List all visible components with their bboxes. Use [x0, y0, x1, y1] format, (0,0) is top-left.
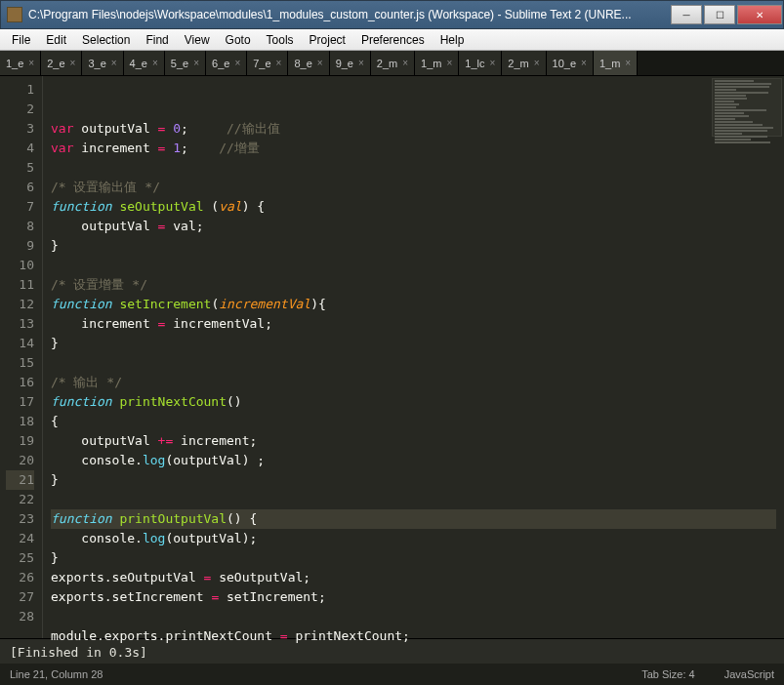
line-number: 6 [6, 178, 34, 197]
menu-help[interactable]: Help [440, 33, 465, 47]
code-line: } [51, 334, 776, 353]
tab-close-icon[interactable]: × [152, 58, 158, 68]
tab-label: 4_e [130, 58, 147, 69]
tab-label: 1_m [599, 58, 620, 69]
line-number: 21 [6, 470, 34, 490]
tab-close-icon[interactable]: × [193, 58, 199, 68]
line-number: 1 [6, 80, 34, 100]
tab[interactable]: 1_lc× [459, 51, 502, 75]
line-number: 22 [6, 490, 34, 509]
menu-selection[interactable]: Selection [82, 33, 130, 47]
code-line: } [51, 548, 776, 568]
code-line [51, 490, 776, 509]
tab[interactable]: 1_e× [0, 51, 41, 75]
tab-label: 6_e [212, 58, 229, 69]
tab-label: 1_e [6, 58, 23, 69]
tab[interactable]: 8_e× [288, 51, 329, 75]
tab[interactable]: 6_e× [206, 51, 247, 75]
line-number: 18 [6, 412, 34, 431]
tab[interactable]: 10_e× [547, 51, 594, 75]
line-number: 20 [6, 451, 34, 470]
code-line: /* 设置增量 */ [51, 275, 776, 295]
editor: 1234567891011121314151617181920212223242… [0, 76, 784, 638]
code-line [51, 353, 776, 373]
tab[interactable]: 9_e× [330, 51, 371, 75]
tab-close-icon[interactable]: × [28, 58, 34, 68]
code-line: module.exports.printNextCount = printNex… [51, 626, 776, 646]
tab-close-icon[interactable]: × [534, 58, 540, 68]
code-line [51, 158, 776, 178]
menu-view[interactable]: View [185, 33, 210, 47]
line-number: 5 [6, 158, 34, 178]
tab-close-icon[interactable]: × [111, 58, 117, 68]
line-number: 17 [6, 392, 34, 412]
tab-label: 8_e [294, 58, 311, 69]
tab-label: 2_m [508, 58, 528, 69]
line-number: 11 [6, 275, 34, 295]
menu-tools[interactable]: Tools [267, 33, 294, 47]
tab-close-icon[interactable]: × [276, 58, 282, 68]
tab-close-icon[interactable]: × [446, 58, 452, 68]
menu-find[interactable]: Find [145, 33, 168, 47]
line-number: 9 [6, 236, 34, 256]
tab-close-icon[interactable]: × [625, 58, 631, 68]
line-gutter: 1234567891011121314151617181920212223242… [0, 76, 43, 638]
code-line: } [51, 236, 776, 256]
tab[interactable]: 1_m× [594, 51, 638, 75]
tab[interactable]: 2_m× [371, 51, 415, 75]
titlebar[interactable]: C:\Program Files\nodejs\Workspace\module… [0, 0, 784, 29]
tab-label: 10_e [553, 58, 576, 69]
line-number: 13 [6, 314, 34, 334]
tab-close-icon[interactable]: × [581, 58, 587, 68]
line-number: 4 [6, 139, 34, 158]
code-line: console.log(outputVal) ; [51, 451, 776, 470]
code-line: outputVal = val; [51, 217, 776, 236]
tab[interactable]: 2_e× [41, 51, 82, 75]
tab-close-icon[interactable]: × [402, 58, 408, 68]
tab-close-icon[interactable]: × [358, 58, 364, 68]
code-area[interactable]: var outputVal = 0; //输出值var increment = … [43, 76, 784, 638]
window-controls: ─ ☐ ✕ [670, 5, 783, 24]
menu-preferences[interactable]: Preferences [361, 33, 425, 47]
menu-file[interactable]: File [12, 33, 30, 47]
maximize-button[interactable]: ☐ [704, 5, 735, 24]
code-line: function setIncrement(incrementVal){ [51, 295, 776, 314]
code-line: /* 设置输出值 */ [51, 178, 776, 197]
line-number: 27 [6, 587, 34, 607]
tab[interactable]: 4_e× [124, 51, 165, 75]
code-line: var outputVal = 0; //输出值 [51, 119, 776, 139]
tab[interactable]: 3_e× [82, 51, 123, 75]
tab[interactable]: 7_e× [247, 51, 288, 75]
menu-edit[interactable]: Edit [46, 33, 66, 47]
tab[interactable]: 2_m× [502, 51, 546, 75]
tabbar: 1_e×2_e×3_e×4_e×5_e×6_e×7_e×8_e×9_e×2_m×… [0, 51, 784, 76]
line-number: 24 [6, 529, 34, 548]
minimize-button[interactable]: ─ [671, 5, 702, 24]
line-number: 26 [6, 568, 34, 587]
tab-label: 1_lc [465, 58, 484, 69]
code-line: } [51, 470, 776, 490]
menu-goto[interactable]: Goto [226, 33, 251, 47]
tab-label: 1_m [421, 58, 441, 69]
code-line: var increment = 1; //增量 [51, 139, 776, 158]
window-title: C:\Program Files\nodejs\Workspace\module… [28, 8, 670, 21]
minimap[interactable] [712, 78, 782, 137]
tab[interactable]: 5_e× [165, 51, 206, 75]
line-number: 19 [6, 431, 34, 451]
tab-close-icon[interactable]: × [490, 58, 496, 68]
code-line [51, 646, 776, 665]
tab-close-icon[interactable]: × [317, 58, 323, 68]
tab-label: 2_e [47, 58, 64, 69]
tab-close-icon[interactable]: × [234, 58, 240, 68]
line-number: 25 [6, 548, 34, 568]
tab-close-icon[interactable]: × [70, 58, 76, 68]
code-line: outputVal += increment; [51, 431, 776, 451]
menubar: FileEditSelectionFindViewGotoToolsProjec… [0, 29, 784, 51]
line-number: 16 [6, 373, 34, 392]
code-line: exports.seOutputVal = seOutputVal; [51, 568, 776, 587]
close-button[interactable]: ✕ [737, 5, 782, 24]
tab-label: 2_m [377, 58, 397, 69]
code-line: exports.setIncrement = setIncrement; [51, 587, 776, 607]
tab[interactable]: 1_m× [415, 51, 459, 75]
menu-project[interactable]: Project [309, 33, 346, 47]
